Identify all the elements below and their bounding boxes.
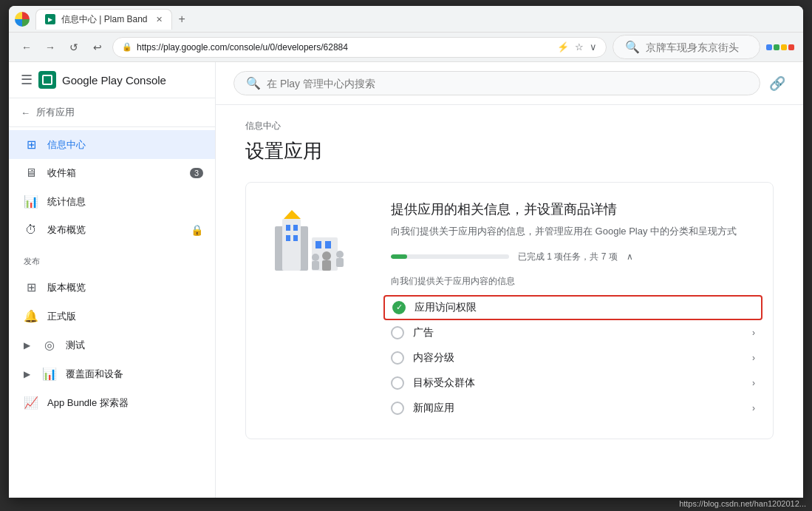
reload-button[interactable]: ↺: [65, 38, 83, 56]
task-label-app-access: 应用访问权限: [414, 301, 477, 314]
task-label-ads: 广告: [413, 326, 434, 339]
card-illustration: [264, 200, 367, 289]
task-arrow-icon: ›: [752, 328, 755, 338]
tab-title: 信息中心 | Plam Band: [61, 13, 147, 26]
test-icon: ◎: [42, 338, 57, 352]
gpc-logo-inner: [42, 75, 52, 85]
browser-window: ▶ 信息中心 | Plam Band ✕ + ← → ↺ ↩ 🔒 https:/…: [9, 6, 803, 498]
url-full: https://play.google.com/console/u/0/deve…: [137, 42, 348, 53]
url-bar[interactable]: 🔒 https://play.google.com/console/u/0/de…: [112, 37, 607, 58]
progress-text: 已完成 1 项任务，共 7 项: [518, 251, 618, 263]
task-label-news-app: 新闻应用: [413, 402, 454, 415]
card-description: 向我们提供关于应用内容的信息，并管理应用在 Google Play 中的分类和呈…: [391, 224, 755, 239]
task-check-empty-icon: [391, 376, 404, 390]
task-item-news-app[interactable]: 新闻应用 ›: [391, 396, 755, 421]
sidebar-item-stats[interactable]: 📊 统计信息: [9, 187, 215, 216]
sidebar-item-coverage-devices[interactable]: ▶ 📊 覆盖面和设备: [9, 359, 215, 388]
task-item-content-rating[interactable]: 内容分级 ›: [391, 345, 755, 370]
active-tab[interactable]: ▶ 信息中心 | Plam Band ✕: [35, 9, 172, 30]
sidebar-app-title: Google Play Console: [62, 74, 166, 87]
main-content: 🔍 🔗 信息中心 设置应用: [216, 62, 803, 498]
history-button[interactable]: ↩: [89, 38, 106, 56]
star-icon[interactable]: ☆: [575, 41, 584, 53]
tasks-section-title: 向我们提供关于应用内容的信息: [391, 275, 755, 288]
tab-area: ▶ 信息中心 | Plam Band ✕ +: [35, 9, 797, 30]
task-list: 应用访问权限 广告 › 内容分级: [391, 295, 755, 421]
back-button[interactable]: ←: [18, 38, 35, 56]
lock-icon: 🔒: [191, 224, 203, 236]
sidebar-item-test[interactable]: ▶ ◎ 测试: [9, 331, 215, 359]
app-bundle-label: App Bundle 探索器: [47, 396, 129, 410]
task-check-done-icon: [392, 301, 406, 314]
version-overview-icon: ⊞: [24, 280, 38, 294]
sidebar-item-inbox[interactable]: 🖥 收件箱 3: [9, 159, 215, 187]
task-item-app-access[interactable]: 应用访问权限: [383, 295, 762, 320]
progress-section: 已完成 1 项任务，共 7 项 ∧: [391, 251, 755, 263]
svg-rect-11: [322, 260, 331, 271]
svg-point-10: [322, 251, 331, 260]
back-arrow-icon: ←: [21, 107, 30, 118]
formal-version-label: 正式版: [47, 310, 76, 323]
extensions-button[interactable]: [766, 44, 794, 50]
address-bar: ← → ↺ ↩ 🔒 https://play.google.com/consol…: [9, 33, 803, 62]
search-input-wrapper[interactable]: 🔍: [233, 71, 760, 95]
card-title: 提供应用的相关信息，并设置商品详情: [391, 200, 755, 218]
new-tab-button[interactable]: +: [175, 13, 188, 26]
formal-version-icon: 🔔: [24, 309, 38, 323]
svg-point-12: [336, 251, 344, 258]
svg-rect-15: [312, 261, 319, 270]
sidebar-item-formal-version[interactable]: 🔔 正式版: [9, 302, 215, 331]
svg-rect-13: [336, 258, 344, 267]
browser-logo-icon: [15, 12, 30, 27]
coverage-label: 覆盖面和设备: [66, 368, 123, 381]
sidebar-item-info-center[interactable]: ⊞ 信息中心: [9, 130, 215, 159]
title-bar: ▶ 信息中心 | Plam Band ✕ +: [9, 6, 803, 33]
inbox-label: 收件箱: [47, 166, 76, 180]
url-text: https://play.google.com/console/u/0/deve…: [137, 42, 348, 53]
info-center-label: 信息中心: [47, 138, 86, 152]
gpc-logo: [38, 71, 56, 89]
tab-favicon-icon: ▶: [45, 14, 55, 24]
publish-overview-icon: ⏱: [24, 223, 38, 237]
search-bar: 🔍 🔗: [216, 62, 803, 105]
stats-label: 统计信息: [47, 195, 86, 209]
dropdown-icon[interactable]: ∨: [590, 41, 597, 53]
flash-icon[interactable]: ⚡: [557, 41, 569, 53]
task-item-target-audience[interactable]: 目标受众群体 ›: [391, 370, 755, 396]
expand-arrow-icon: ▶: [24, 340, 30, 351]
sidebar-publish-section: ⊞ 版本概览 🔔 正式版 ▶ ◎ 测试 ▶ 📊 覆盖面和设备: [9, 270, 215, 420]
search-input[interactable]: [267, 78, 748, 89]
task-check-empty-icon: [391, 326, 404, 339]
svg-rect-8: [315, 241, 321, 248]
watermark: https://blog.csdn.net/han1202012...: [679, 499, 806, 508]
svg-rect-3: [293, 225, 298, 231]
task-arrow-icon: ›: [752, 378, 755, 388]
task-check-empty-icon: [391, 402, 404, 415]
sidebar-item-publish-overview[interactable]: ⏱ 发布概览 🔒: [9, 216, 215, 244]
tab-close-button[interactable]: ✕: [156, 15, 163, 24]
test-label: 测试: [66, 339, 85, 352]
search-icon: 🔍: [246, 76, 261, 90]
svg-rect-9: [325, 241, 331, 248]
task-item-ads[interactable]: 广告 ›: [391, 320, 755, 345]
sidebar-item-version-overview[interactable]: ⊞ 版本概览: [9, 273, 215, 302]
sidebar-main-section: ⊞ 信息中心 🖥 收件箱 3 📊 统计信息 ⏱ 发布概览 🔒: [9, 127, 215, 247]
version-overview-label: 版本概览: [47, 281, 86, 294]
browser-search-input[interactable]: [646, 41, 775, 53]
back-to-all-apps[interactable]: ← 所有应用: [9, 98, 215, 127]
progress-chevron-icon[interactable]: ∧: [627, 251, 633, 262]
link-icon[interactable]: 🔗: [769, 75, 785, 92]
sidebar-header: ☰ Google Play Console: [9, 62, 215, 98]
svg-rect-4: [286, 235, 290, 241]
coverage-icon: 📊: [42, 367, 57, 381]
hamburger-icon[interactable]: ☰: [21, 72, 33, 88]
svg-point-14: [312, 254, 319, 261]
browser-search-bar[interactable]: 🔍: [613, 35, 760, 59]
browser-search-icon: 🔍: [625, 40, 640, 54]
svg-rect-5: [293, 235, 298, 241]
publish-overview-label: 发布概览: [47, 223, 86, 237]
forward-button[interactable]: →: [41, 38, 59, 56]
sidebar-item-app-bundle[interactable]: 📈 App Bundle 探索器: [9, 388, 215, 417]
breadcrumb: 信息中心: [245, 120, 774, 132]
task-label-content-rating: 内容分级: [413, 351, 454, 365]
